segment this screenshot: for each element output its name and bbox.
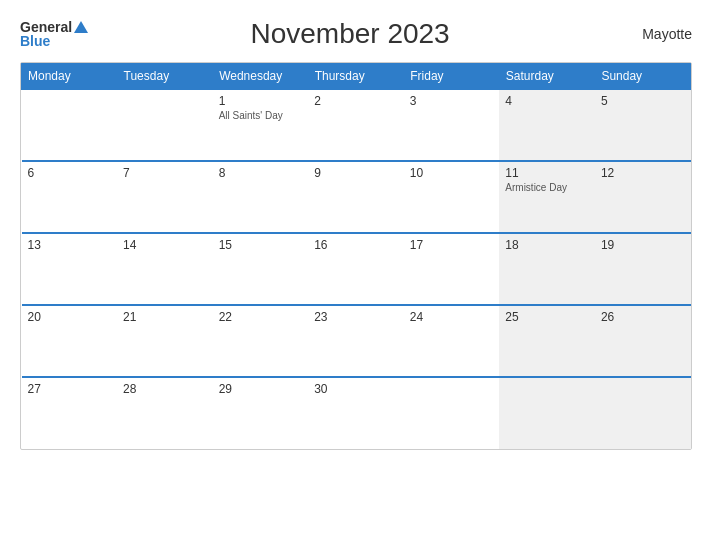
- calendar-cell: 17: [404, 233, 500, 305]
- calendar-cell: 14: [117, 233, 213, 305]
- calendar-cell: 21: [117, 305, 213, 377]
- day-number: 22: [219, 310, 303, 324]
- calendar-week-row: 27282930: [22, 377, 691, 449]
- day-number: 3: [410, 94, 494, 108]
- day-number: 16: [314, 238, 398, 252]
- calendar-header-row: Monday Tuesday Wednesday Thursday Friday…: [22, 64, 691, 90]
- day-number: 30: [314, 382, 398, 396]
- calendar-week-row: 20212223242526: [22, 305, 691, 377]
- calendar-cell: 1All Saints' Day: [213, 89, 309, 161]
- calendar-wrapper: Monday Tuesday Wednesday Thursday Friday…: [20, 62, 692, 450]
- col-friday: Friday: [404, 64, 500, 90]
- col-monday: Monday: [22, 64, 118, 90]
- calendar-cell: 23: [308, 305, 404, 377]
- day-number: 9: [314, 166, 398, 180]
- day-number: 29: [219, 382, 303, 396]
- day-number: 23: [314, 310, 398, 324]
- calendar-cell: 25: [499, 305, 595, 377]
- day-number: 18: [505, 238, 589, 252]
- day-number: 19: [601, 238, 685, 252]
- col-sunday: Sunday: [595, 64, 691, 90]
- calendar-week-row: 67891011Armistice Day12: [22, 161, 691, 233]
- day-number: 17: [410, 238, 494, 252]
- calendar-cell: [499, 377, 595, 449]
- calendar-cell: 6: [22, 161, 118, 233]
- day-number: 20: [28, 310, 112, 324]
- calendar-cell: 27: [22, 377, 118, 449]
- calendar-cell: 2: [308, 89, 404, 161]
- calendar-cell: 28: [117, 377, 213, 449]
- logo-general-text: General: [20, 20, 72, 34]
- calendar-title: November 2023: [88, 18, 612, 50]
- day-number: 28: [123, 382, 207, 396]
- calendar-header: General Blue November 2023 Mayotte: [20, 18, 692, 50]
- calendar-week-row: 1All Saints' Day2345: [22, 89, 691, 161]
- day-number: 4: [505, 94, 589, 108]
- day-number: 8: [219, 166, 303, 180]
- day-number: 24: [410, 310, 494, 324]
- day-number: 26: [601, 310, 685, 324]
- holiday-name: Armistice Day: [505, 182, 589, 193]
- calendar-cell: 12: [595, 161, 691, 233]
- day-number: 1: [219, 94, 303, 108]
- day-number: 12: [601, 166, 685, 180]
- day-number: 14: [123, 238, 207, 252]
- day-number: 25: [505, 310, 589, 324]
- col-wednesday: Wednesday: [213, 64, 309, 90]
- calendar-cell: 26: [595, 305, 691, 377]
- day-number: 2: [314, 94, 398, 108]
- calendar-cell: 22: [213, 305, 309, 377]
- logo-blue-text: Blue: [20, 34, 50, 48]
- calendar-cell: 7: [117, 161, 213, 233]
- calendar-cell: 24: [404, 305, 500, 377]
- col-thursday: Thursday: [308, 64, 404, 90]
- logo: General Blue: [20, 20, 88, 48]
- day-number: 15: [219, 238, 303, 252]
- calendar-cell: 3: [404, 89, 500, 161]
- calendar-cell: 10: [404, 161, 500, 233]
- calendar-cell: 16: [308, 233, 404, 305]
- calendar-cell: 8: [213, 161, 309, 233]
- region-label: Mayotte: [612, 26, 692, 42]
- day-number: 27: [28, 382, 112, 396]
- calendar-cell: 18: [499, 233, 595, 305]
- calendar-cell: [595, 377, 691, 449]
- day-number: 21: [123, 310, 207, 324]
- col-tuesday: Tuesday: [117, 64, 213, 90]
- day-number: 10: [410, 166, 494, 180]
- day-number: 6: [28, 166, 112, 180]
- calendar-cell: 5: [595, 89, 691, 161]
- calendar-cell: [404, 377, 500, 449]
- calendar-cell: 29: [213, 377, 309, 449]
- calendar-cell: 30: [308, 377, 404, 449]
- holiday-name: All Saints' Day: [219, 110, 303, 121]
- day-number: 5: [601, 94, 685, 108]
- calendar-cell: [22, 89, 118, 161]
- day-number: 13: [28, 238, 112, 252]
- calendar-cell: 19: [595, 233, 691, 305]
- day-number: 7: [123, 166, 207, 180]
- calendar-cell: [117, 89, 213, 161]
- calendar-cell: 9: [308, 161, 404, 233]
- calendar-cell: 15: [213, 233, 309, 305]
- calendar-cell: 4: [499, 89, 595, 161]
- calendar-cell: 13: [22, 233, 118, 305]
- calendar-table: Monday Tuesday Wednesday Thursday Friday…: [21, 63, 691, 449]
- day-number: 11: [505, 166, 589, 180]
- calendar-cell: 20: [22, 305, 118, 377]
- calendar-cell: 11Armistice Day: [499, 161, 595, 233]
- calendar-page: General Blue November 2023 Mayotte Monda…: [0, 0, 712, 550]
- col-saturday: Saturday: [499, 64, 595, 90]
- calendar-week-row: 13141516171819: [22, 233, 691, 305]
- logo-triangle-icon: [74, 21, 88, 33]
